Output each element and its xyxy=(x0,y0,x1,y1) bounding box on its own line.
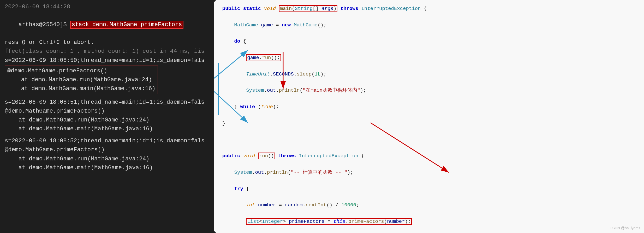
terminal-panel: 2022-06-09 18:44:28 arthas@25540]$ stack… xyxy=(0,0,214,233)
stack2-line1: @demo.MathGame.primeFactors() xyxy=(5,107,209,116)
stack2-line3: at demo.MathGame.main(MathGame.java:16) xyxy=(5,125,209,133)
stack3-line1: @demo.MathGame.primeFactors() xyxy=(5,145,209,154)
code-primefactors-call: List<Integer> primeFactors = this.primeF… xyxy=(222,218,637,226)
stack1-line2: at demo.MathGame.run(MathGame.java:24) xyxy=(7,75,156,84)
watermark: CSDN @ha_lydms xyxy=(610,225,640,231)
code-println2: System.out.println("-- 计算中的函数 -- "); xyxy=(222,168,637,177)
blue-accent-bar xyxy=(218,63,219,115)
code-method2-sig: public void run() throws InterruptedExce… xyxy=(222,152,637,160)
terminal-press: ress Q or Ctrl+C to abort. xyxy=(5,38,209,47)
code-method1-close: } xyxy=(222,119,637,127)
stack1-box: @demo.MathGame.primeFactors() at demo.Ma… xyxy=(5,66,158,94)
stack2-line2: at demo.MathGame.run(MathGame.java:24) xyxy=(5,116,209,125)
terminal-stack3-header: s=2022-06-09 18:08:52;thread_name=main;i… xyxy=(5,137,209,145)
terminal-stack1-header: s=2022-06-09 18:08:50;thread_name=main;i… xyxy=(5,56,209,65)
prompt-text: arthas@25540]$ xyxy=(19,21,70,28)
code-mathgame-new: MathGame game = new MathGame(); xyxy=(222,21,637,29)
stack1-line1: @demo.MathGame.primeFactors() xyxy=(7,67,156,75)
code-method1-sig: public static void main(String[] args) t… xyxy=(222,5,637,13)
stack3-line2: at demo.MathGame.run(MathGame.java:24) xyxy=(5,155,209,164)
stack1-line3: at demo.MathGame.main(MathGame.java:16) xyxy=(7,84,156,93)
code-while: } while (true); xyxy=(222,103,637,111)
code-game-run: game.run(); xyxy=(222,54,637,62)
terminal-stack2-header: s=2022-06-09 18:08:51;thread_name=main;i… xyxy=(5,98,209,107)
code-panel: public static void main(String[] args) t… xyxy=(214,0,644,233)
code-timeunit: TimeUnit.SECONDS.sleep(1L); xyxy=(222,70,637,78)
terminal-header: 2022-06-09 18:44:28 xyxy=(5,3,209,11)
code-println1: System.out.println("在main函数中循环体内"); xyxy=(222,86,637,95)
code-content: public static void main(String[] args) t… xyxy=(222,5,637,233)
code-do: do { xyxy=(222,37,637,45)
code-try: try { xyxy=(222,185,637,193)
command-highlight: stack demo.MathGame primeFactors xyxy=(70,21,183,29)
terminal-prompt: arthas@25540]$ stack demo.MathGame prime… xyxy=(5,11,209,38)
stack3-line3: at demo.MathGame.main(MathGame.java:16) xyxy=(5,164,209,172)
code-blank1 xyxy=(222,136,637,144)
code-number: int number = random.nextInt() / 10000; xyxy=(222,201,637,209)
terminal-effect: ffect(class count: 1 , method count: 1) … xyxy=(5,47,209,56)
